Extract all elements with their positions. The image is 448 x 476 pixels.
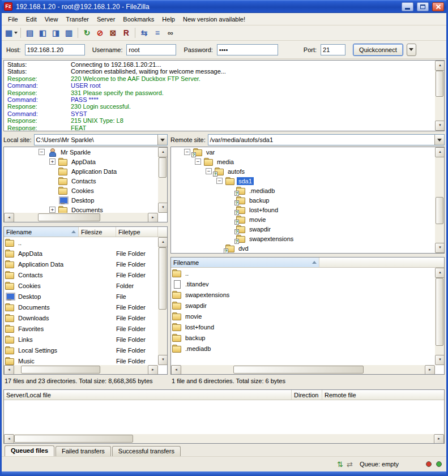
tree-item[interactable]: − media [171, 157, 435, 166]
local-list-vertical-scrollbar[interactable] [158, 237, 167, 365]
menu-transfer[interactable]: Transfer [62, 14, 93, 24]
tree-expander-icon[interactable]: + [49, 207, 56, 213]
file-row[interactable]: .titandev [171, 278, 435, 289]
menu-view[interactable]: View [41, 14, 62, 24]
menu-help[interactable]: Help [158, 14, 179, 24]
file-row[interactable]: AppData File Folder [4, 248, 158, 259]
file-row[interactable]: Favorites File Folder [4, 323, 158, 334]
file-row[interactable]: .. [4, 237, 158, 248]
remote-list-horizontal-scrollbar[interactable] [171, 365, 435, 374]
tree-item[interactable]: Contacts [4, 176, 158, 186]
tree-item[interactable]: − ? autofs [171, 166, 435, 176]
find-files-icon[interactable]: ∞ [164, 27, 177, 39]
combo-dropdown-icon[interactable] [434, 135, 444, 145]
toggle-message-log-icon[interactable]: ▤ [23, 27, 36, 39]
transfer-activity-icon[interactable]: ⇄ [347, 461, 353, 468]
file-row[interactable]: backup [171, 332, 435, 343]
local-site-combo[interactable]: C:\Users\Mr Sparkle\ [34, 134, 168, 145]
tree-item[interactable]: ? movie [171, 215, 435, 224]
scrollbar-thumb[interactable] [233, 366, 364, 374]
scrollbar-thumb[interactable] [436, 71, 443, 97]
column-header-server-local-file[interactable]: Server/Local file [4, 390, 292, 400]
column-header-direction[interactable]: Direction [292, 390, 322, 400]
close-button[interactable] [432, 2, 444, 11]
remote-tree-vertical-scrollbar[interactable] [435, 147, 444, 253]
file-row[interactable]: Downloads File Folder [4, 312, 158, 323]
local-tree-vertical-scrollbar[interactable] [158, 147, 167, 213]
local-tree-horizontal-scrollbar[interactable] [4, 213, 158, 222]
site-manager-dropdown-icon[interactable] [14, 32, 18, 34]
username-input[interactable] [126, 44, 176, 55]
tree-item[interactable]: + Documents [4, 205, 158, 213]
tree-expander-icon[interactable]: + [49, 158, 56, 165]
file-row[interactable]: Documents File Folder [4, 302, 158, 312]
tree-item[interactable]: ? dvd [171, 243, 435, 253]
toggle-local-tree-icon[interactable]: ◧ [36, 27, 49, 39]
splitter[interactable] [3, 222, 168, 226]
scrollbar-thumb[interactable] [21, 366, 100, 374]
tree-expander-icon[interactable]: − [184, 149, 190, 155]
reconnect-icon[interactable]: R [120, 27, 133, 39]
scrollbar-thumb[interactable] [436, 197, 443, 224]
combo-dropdown-icon[interactable] [157, 135, 167, 145]
tree-item[interactable]: Cookies [4, 186, 158, 195]
disconnect-icon[interactable]: ⊠ [106, 27, 120, 39]
tree-item[interactable]: ? swapextensions [171, 234, 435, 243]
tree-item[interactable]: + AppData [4, 157, 158, 166]
toggle-transfer-queue-icon[interactable]: ▥ [62, 27, 75, 39]
directory-comparison-icon[interactable]: ⇆ [138, 27, 151, 39]
menu-file[interactable]: File [4, 14, 22, 24]
tab-queued-files[interactable]: Queued files [5, 445, 54, 456]
file-row[interactable]: .. [171, 268, 435, 278]
file-row[interactable]: Local Settings File Folder [4, 345, 158, 355]
tree-item[interactable]: ? swapdir [171, 224, 435, 234]
column-header-filetype[interactable]: Filetype [116, 227, 158, 237]
file-row[interactable]: Contacts File Folder [4, 269, 158, 280]
file-row[interactable]: swapextensions [171, 289, 435, 300]
file-row[interactable]: Application Data File Folder [4, 259, 158, 269]
remote-site-combo[interactable]: /var/media/autofs/sda1 [208, 134, 445, 145]
local-list-horizontal-scrollbar[interactable] [4, 365, 158, 374]
host-input[interactable] [25, 44, 85, 55]
tree-item[interactable]: − Mr Sparkle [4, 147, 158, 157]
queue-horizontal-scrollbar[interactable] [4, 434, 444, 443]
quickconnect-button[interactable]: Quickconnect [353, 44, 403, 56]
file-row[interactable]: movie [171, 311, 435, 321]
tree-expander-icon[interactable]: − [206, 168, 212, 174]
minimize-button[interactable] [402, 2, 413, 11]
file-row[interactable]: Music File Folder [4, 355, 158, 365]
file-row[interactable]: Links File Folder [4, 334, 158, 345]
tree-item[interactable]: ? .mediadb [171, 186, 435, 195]
tree-item[interactable]: ? backup [171, 195, 435, 205]
scrollbar-thumb[interactable] [159, 247, 167, 310]
menu-bookmarks[interactable]: Bookmarks [119, 14, 158, 24]
scrollbar-thumb[interactable] [436, 278, 443, 346]
synchronized-browsing-icon[interactable]: ≡ [151, 27, 164, 39]
column-header-filesize[interactable]: Filesize [79, 227, 116, 237]
tree-item[interactable]: ? lost+found [171, 205, 435, 215]
toggle-remote-tree-icon[interactable]: ◨ [49, 27, 62, 39]
password-input[interactable] [217, 44, 278, 55]
menu-edit[interactable]: Edit [22, 14, 41, 24]
tree-expander-icon[interactable]: − [39, 149, 45, 155]
file-row[interactable]: Desktop File [4, 291, 158, 302]
scrollbar-thumb[interactable] [38, 213, 100, 221]
menu-new-version[interactable]: New version available! [179, 14, 249, 24]
remote-list-vertical-scrollbar[interactable] [435, 268, 444, 365]
tree-item[interactable]: − ? var [171, 147, 435, 157]
speed-limits-icon[interactable]: ⇅ [337, 461, 343, 468]
column-header-remote-file[interactable]: Remote file [322, 390, 444, 400]
file-row[interactable]: Cookies Folder [4, 280, 158, 291]
tree-item[interactable]: Desktop [4, 195, 158, 205]
tree-item[interactable]: Application Data [4, 166, 158, 176]
tab-successful-transfers[interactable]: Successful transfers [112, 446, 181, 456]
file-row[interactable]: swapdir [171, 300, 435, 311]
site-manager-icon[interactable]: ▦ [5, 27, 18, 39]
title-bar[interactable]: Fz 192.168.1.20 - root@192.168.1.20 - Fi… [2, 0, 446, 13]
log-vertical-scrollbar[interactable] [435, 61, 444, 131]
column-header-filename[interactable]: Filename [171, 258, 319, 267]
menu-server[interactable]: Server [93, 14, 119, 24]
refresh-icon[interactable]: ↻ [80, 27, 93, 39]
scrollbar-thumb[interactable] [159, 157, 167, 178]
file-row[interactable]: lost+found [171, 321, 435, 332]
